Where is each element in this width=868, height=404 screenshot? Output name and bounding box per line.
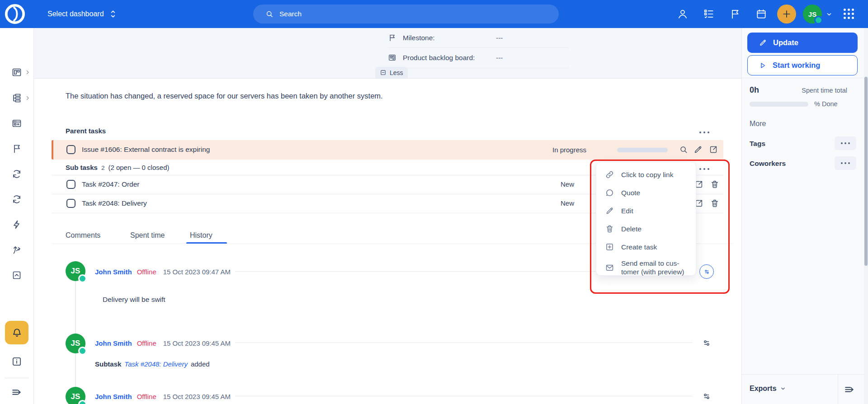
tab-comments[interactable]: Comments	[66, 231, 100, 240]
spent-time-value: 0h	[750, 85, 759, 95]
task-checkbox[interactable]	[66, 145, 75, 154]
trash-icon[interactable]	[710, 179, 720, 189]
menu-item-send-email[interactable]: Send email to cus- tomer (with preview)	[596, 256, 696, 279]
task-checkbox[interactable]	[66, 180, 75, 189]
presence-label: Offline	[137, 268, 156, 276]
avatar-initials: JS	[71, 267, 80, 276]
hierarchy-tree-icon[interactable]	[11, 93, 22, 103]
minus-square-icon	[380, 69, 387, 76]
menu-item-copy-link[interactable]: Click to copy link	[596, 165, 696, 183]
subtask-link[interactable]: Task #2048: Delivery	[124, 360, 188, 368]
task-status: New	[561, 199, 574, 207]
sub-tasks-more-button[interactable]	[695, 165, 713, 173]
app-window: Select dashboard Search	[0, 0, 868, 404]
quote-icon	[605, 188, 614, 197]
change-suffix: added	[191, 360, 210, 368]
collapse-details-button[interactable]: Less	[375, 67, 408, 78]
info-icon[interactable]	[11, 356, 23, 367]
trash-icon	[605, 224, 614, 234]
collapse-sidebar-icon[interactable]	[10, 386, 23, 399]
attribute-value: ---	[496, 34, 503, 42]
browser-card-icon[interactable]	[11, 118, 22, 129]
attribute-label: Product backlog board:	[403, 54, 475, 62]
menu-item-label: Click to copy link	[621, 170, 673, 179]
parent-tasks-more-button[interactable]	[695, 128, 713, 136]
trash-icon[interactable]	[710, 198, 720, 208]
task-progress-bar	[617, 148, 668, 152]
context-menu: Click to copy link Quote Edit Delete	[596, 162, 696, 276]
notifications-button[interactable]	[5, 321, 28, 344]
tab-spent-time[interactable]: Spent time	[130, 231, 165, 240]
task-title-link[interactable]: Task #2047: Order	[82, 180, 140, 188]
done-label: % Done	[814, 100, 838, 108]
task-title-link[interactable]: Task #2048: Delivery	[82, 199, 147, 207]
attribute-row-backlog-board: Product backlog board: ---	[388, 47, 569, 68]
author-link[interactable]: John Smith	[95, 339, 132, 347]
task-status: New	[561, 180, 574, 188]
avatar: JS	[66, 334, 85, 353]
timestamp: 15 Oct 2023 09:45 AM	[163, 393, 231, 400]
start-working-button[interactable]: Start working	[747, 55, 858, 75]
parent-task-row[interactable]: Issue #1606: External contract is expiri…	[52, 140, 723, 160]
user-avatar[interactable]: JS	[803, 5, 822, 23]
search-input[interactable]: Search	[253, 5, 559, 23]
timestamp: 15 Oct 2023 09:45 AM	[163, 339, 231, 347]
task-list-icon[interactable]	[703, 8, 715, 20]
update-button-label: Update	[773, 38, 798, 47]
menu-item-create-task[interactable]: Create task	[596, 238, 696, 256]
apps-grid-icon[interactable]	[844, 9, 854, 19]
change-label: Subtask	[95, 360, 121, 368]
spent-time-label: Spent time total	[802, 87, 847, 94]
entry-options-button[interactable]	[699, 264, 714, 279]
task-status: In progress	[552, 146, 586, 154]
avatar-initials: JS	[71, 339, 80, 348]
entry-options-button[interactable]	[701, 391, 712, 402]
sub-tasks-summary: (2 open — 0 closed)	[108, 164, 169, 171]
author-link[interactable]: John Smith	[95, 393, 132, 400]
box-chevron-up-icon[interactable]	[11, 270, 22, 281]
coworkers-more-button[interactable]	[835, 156, 856, 170]
collapse-sidebar-icon[interactable]	[843, 383, 856, 396]
sync-icon[interactable]	[11, 169, 22, 179]
menu-item-quote[interactable]: Quote	[596, 183, 696, 202]
flag-icon[interactable]	[729, 8, 741, 20]
lightning-icon[interactable]	[11, 219, 22, 230]
menu-item-delete[interactable]: Delete	[596, 220, 696, 238]
menu-item-label: Quote	[621, 188, 640, 197]
entry-options-button[interactable]	[701, 338, 712, 348]
tags-more-button[interactable]	[835, 136, 856, 150]
chevron-right-icon	[25, 95, 30, 101]
menu-item-label: Create task	[621, 243, 657, 251]
task-checkbox[interactable]	[66, 199, 75, 208]
chevron-down-icon[interactable]	[826, 11, 833, 18]
milestone-flag-icon[interactable]	[11, 143, 22, 154]
presence-dot	[78, 347, 87, 355]
link-icon	[605, 170, 614, 179]
open-in-new-icon[interactable]	[708, 145, 718, 155]
update-button[interactable]: Update	[747, 33, 858, 53]
split-arrows-icon[interactable]	[11, 244, 22, 255]
edit-pencil-icon[interactable]	[693, 145, 703, 155]
task-title-link[interactable]: Issue #1606: External contract is expiri…	[82, 146, 210, 154]
quick-add-button[interactable]	[777, 5, 796, 23]
exports-button[interactable]: Exports	[750, 385, 786, 393]
sync-alt-icon[interactable]	[11, 194, 22, 205]
dashboard-selector[interactable]: Select dashboard	[47, 0, 117, 28]
zoom-icon[interactable]	[679, 145, 689, 155]
menu-item-edit[interactable]: Edit	[596, 202, 696, 220]
kanban-board-icon[interactable]	[11, 67, 22, 78]
history-entry-header: John Smith Offline 15 Oct 2023 09:45 AM	[95, 392, 231, 401]
attribute-row-milestone: Milestone: ---	[388, 28, 569, 48]
plus-square-icon	[605, 242, 614, 252]
left-sidebar	[0, 28, 34, 404]
calendar-icon[interactable]	[755, 8, 767, 20]
author-link[interactable]: John Smith	[95, 268, 132, 276]
user-icon[interactable]	[677, 8, 689, 20]
presence-dot	[78, 400, 87, 404]
entry-divider	[235, 396, 693, 396]
tab-history[interactable]: History	[190, 231, 212, 240]
attributes-panel: Milestone: --- Product backlog board: --…	[33, 28, 741, 79]
scrollbar-thumb[interactable]	[864, 77, 868, 266]
app-logo-icon[interactable]	[5, 4, 25, 24]
sort-chevrons-icon	[109, 9, 117, 19]
